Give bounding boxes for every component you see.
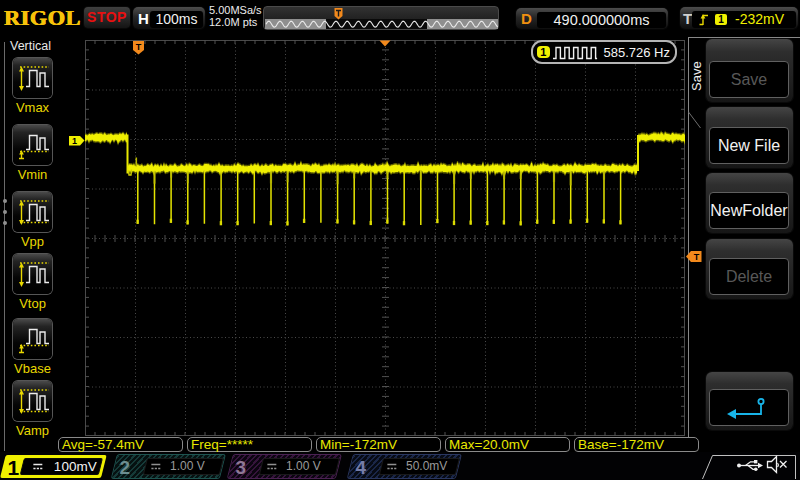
- svg-text:1: 1: [72, 136, 77, 146]
- svg-text:T: T: [136, 42, 142, 52]
- svg-text:T: T: [694, 252, 700, 262]
